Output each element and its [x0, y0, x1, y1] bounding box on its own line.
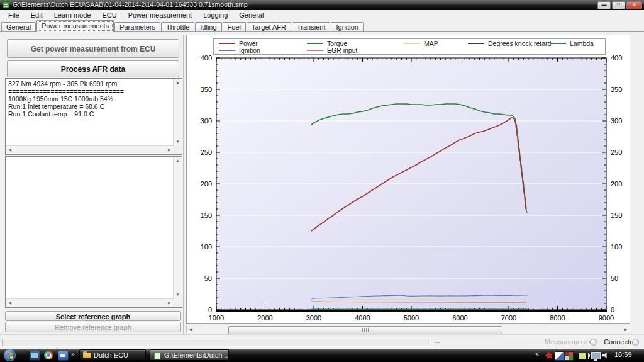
power-chart-panel: PowerTorqueMAPDegrees knock retardLambda… — [186, 35, 630, 324]
svg-text:100: 100 — [611, 243, 622, 251]
scroll-down-icon[interactable]: ▼ — [174, 138, 182, 146]
svg-text:250: 250 — [611, 149, 622, 156]
scroll-left-icon[interactable]: ◀ — [6, 299, 14, 307]
tray-app-red-icon[interactable] — [545, 351, 553, 359]
svg-text:8000: 8000 — [550, 314, 565, 322]
battery-icon[interactable] — [579, 353, 589, 359]
app-icon — [3, 1, 9, 8]
taskbar-button-dutch-ecu[interactable]: Dutch ECU — [79, 349, 146, 361]
legend-line-lambda — [550, 43, 566, 44]
svg-text:350: 350 — [611, 86, 622, 93]
network-icon[interactable] — [591, 352, 601, 359]
scroll-grip-icon — [362, 328, 369, 332]
window-title: G:\Elements\Dutch ECU\SAAB\01-04-2014-2\… — [13, 1, 248, 8]
minimize-button[interactable]: ▬ — [597, 1, 611, 9]
measurement-led-icon — [590, 339, 597, 346]
svg-text:250: 250 — [201, 149, 212, 156]
scrollbar-corner — [174, 299, 182, 307]
maximize-button[interactable]: □ — [612, 1, 625, 9]
taskbar-clock[interactable]: 16:59 — [614, 351, 632, 358]
menu-power-measurement[interactable]: Power measurement — [123, 11, 198, 20]
quicklaunch-explorer-icon[interactable] — [58, 351, 69, 361]
legend-line-egr-input — [307, 50, 323, 51]
tab-idling[interactable]: Idling — [195, 22, 221, 32]
menu-general[interactable]: General — [233, 11, 269, 20]
svg-text:350: 350 — [201, 86, 212, 93]
volume-icon[interactable] — [602, 352, 609, 359]
svg-text:4000: 4000 — [355, 314, 370, 322]
svg-text:200: 200 — [201, 180, 212, 188]
screen: G:\Elements\Dutch ECU\SAAB\01-04-2014-2\… — [0, 0, 644, 362]
legend-line-power — [219, 43, 235, 44]
quicklaunch-overflow-chevron[interactable]: » — [71, 350, 75, 358]
scroll-down-icon[interactable]: ▼ — [174, 291, 182, 299]
tab-power-measurements[interactable]: Power measurements — [36, 20, 114, 32]
scroll-left-icon[interactable]: ◀ — [6, 146, 14, 154]
start-button[interactable] — [4, 349, 16, 361]
document-icon — [154, 352, 160, 359]
select-reference-graph-button[interactable]: Select reference graph — [5, 311, 181, 321]
scroll-up-icon[interactable]: ▲ — [174, 79, 182, 87]
menu-ecu[interactable]: ECU — [96, 11, 122, 20]
status-progress-track — [2, 339, 431, 347]
svg-text:400: 400 — [201, 54, 212, 62]
status-bar: ... Measurement off Connected — [0, 334, 644, 349]
reference-hscrollbar[interactable]: ◀ ▶ — [6, 298, 174, 307]
folder-icon — [83, 353, 91, 358]
power-chart: 0050501001001501502002002502503003003503… — [190, 54, 629, 322]
legend-label-ignition: Ignition — [239, 47, 260, 54]
titlebar: G:\Elements\Dutch ECU\SAAB\01-04-2014-2\… — [0, 0, 644, 10]
tab-fuel[interactable]: Fuel — [223, 22, 246, 32]
taskbar-button-smp-file[interactable]: G:\Elements\Dutch ... — [150, 349, 229, 361]
get-power-measurement-button[interactable]: Get power measurement from ECU — [7, 39, 179, 58]
power-measurement-panel: Get power measurement from ECU Process A… — [3, 35, 184, 334]
menu-edit[interactable]: Edit — [25, 11, 48, 20]
tray-expand-chevron[interactable]: < — [535, 351, 539, 358]
svg-text:7000: 7000 — [501, 314, 516, 322]
svg-text:6000: 6000 — [452, 314, 467, 322]
tray-app-multicolor-icon[interactable] — [564, 351, 574, 361]
scroll-right-icon[interactable]: ▶ — [165, 299, 174, 307]
measurement-vscrollbar[interactable]: ▲ ▼ — [173, 79, 182, 146]
scroll-right-icon[interactable]: ▶ — [621, 325, 630, 334]
status-ellipsis: ... — [434, 337, 440, 344]
svg-text:200: 200 — [611, 180, 622, 188]
remove-reference-graph-button[interactable]: Remove reference graph — [5, 322, 181, 332]
scroll-right-icon[interactable]: ▶ — [165, 146, 174, 154]
chart-legend: PowerTorqueMAPDegrees knock retardLambda… — [213, 38, 606, 55]
quicklaunch-desktop-icon[interactable] — [29, 351, 40, 361]
chart-hscrollbar[interactable]: ◀ ▶ — [186, 325, 630, 334]
legend-line-degrees-knock-retard — [468, 43, 484, 44]
svg-text:300: 300 — [611, 117, 622, 125]
taskbar-button-label: Dutch ECU — [94, 351, 128, 359]
reference-graph-listbox[interactable]: ▲ ▼ ◀ ▶ — [5, 156, 182, 308]
tab-parameters[interactable]: Parameters — [114, 22, 160, 32]
tab-ignition[interactable]: Ignition — [331, 22, 363, 32]
tab-general[interactable]: General — [1, 22, 36, 32]
legend-line-torque — [307, 43, 323, 44]
windows-flag-icon — [7, 353, 13, 359]
menu-file[interactable]: File — [3, 11, 25, 20]
svg-text:400: 400 — [611, 54, 622, 62]
svg-text:50: 50 — [204, 274, 212, 282]
measurement-hscrollbar[interactable]: ◀ ▶ — [6, 145, 174, 154]
tab-transient[interactable]: Transient — [292, 22, 330, 32]
menu-logging[interactable]: Logging — [197, 11, 233, 20]
process-afr-data-button[interactable]: Process AFR data — [7, 60, 179, 77]
quicklaunch-chrome-icon[interactable] — [44, 351, 53, 359]
menu-learn-mode[interactable]: Learn mode — [48, 11, 97, 20]
legend-label-torque: Torque — [327, 40, 347, 47]
scroll-left-icon[interactable]: ◀ — [187, 325, 195, 334]
tray-app-blue-icon[interactable] — [555, 351, 564, 361]
chart-hscroll-thumb[interactable] — [228, 326, 502, 334]
measurement-info-listbox[interactable]: 327 Nm 4934 rpm - 305 Pk 6991 rpm ======… — [5, 78, 182, 155]
svg-text:0: 0 — [611, 306, 614, 314]
reference-vscrollbar[interactable]: ▲ ▼ — [173, 157, 182, 299]
tab-throttle[interactable]: Throttle — [161, 22, 194, 32]
scroll-up-icon[interactable]: ▲ — [174, 157, 182, 165]
tab-target-afr[interactable]: Target AFR — [247, 22, 291, 32]
svg-text:3000: 3000 — [306, 314, 321, 322]
close-button[interactable]: ✕ — [626, 1, 642, 9]
menu-bar: FileEditLearn modeECUPower measurementLo… — [0, 10, 644, 20]
measurement-off-label: Measurement off — [545, 338, 596, 346]
